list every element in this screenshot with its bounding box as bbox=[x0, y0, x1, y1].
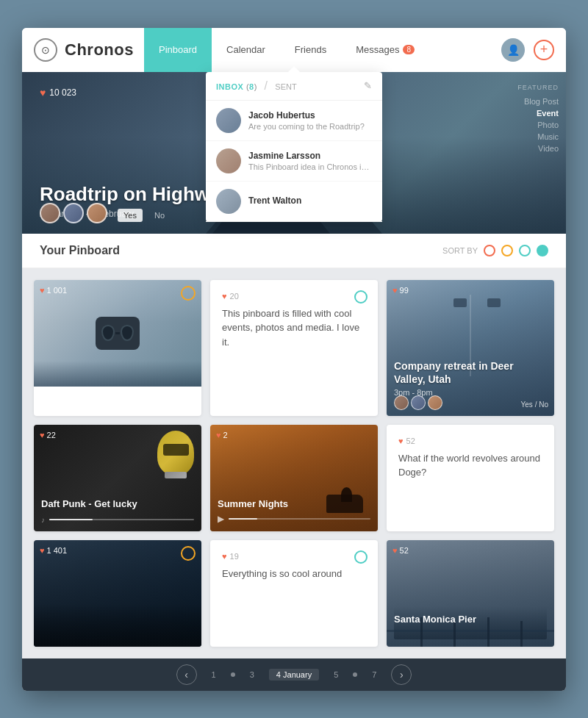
card3-image: ♥ 99 Company retreat in Deer Valley, Uta… bbox=[387, 280, 554, 416]
card6-hearts: ♥ 52 bbox=[398, 437, 542, 445]
progress-fill-5 bbox=[229, 518, 257, 520]
card4-title: Daft Punk - Get lucky bbox=[41, 498, 137, 509]
card8-text: Everything is so cool around bbox=[222, 567, 366, 581]
messages-dropdown: INBOX (8) / SENT ✎ Jacob Hubertus Are yo… bbox=[206, 72, 382, 222]
progress-bar-5 bbox=[229, 518, 370, 520]
logo-text: Chronos bbox=[65, 40, 134, 60]
featured-event[interactable]: Event bbox=[537, 109, 559, 118]
card5-image: ♥ 2 Summer Nights ▶ bbox=[210, 425, 378, 531]
card3-avatars bbox=[394, 395, 442, 410]
card-dark-landscape[interactable]: ♥ 1 401 bbox=[34, 540, 201, 647]
sort-circle-blue[interactable] bbox=[519, 245, 531, 256]
card-image-1: ♥ 1 001 bbox=[34, 280, 201, 387]
card6-content: ♥ 52 What if the world revolves around D… bbox=[387, 425, 554, 531]
card3-yesno: Yes / No bbox=[521, 401, 548, 409]
volume-icon: ♪ bbox=[41, 516, 45, 524]
message-text-1: Jasmine Larsson This Pinboard idea in Ch… bbox=[248, 151, 372, 171]
card-binoculars[interactable]: ♥ 1 001 bbox=[34, 280, 201, 416]
card5-title: Summer Nights bbox=[218, 498, 288, 509]
pinboard-grid: ♥ 1 001 ♥ 20 This pinboard is filled wit… bbox=[22, 268, 566, 658]
message-item-1[interactable]: Jasmine Larsson This Pinboard idea in Ch… bbox=[206, 141, 382, 182]
card5-progress: ▶ bbox=[218, 514, 370, 524]
featured-blogpost[interactable]: Blog Post bbox=[524, 97, 559, 106]
hero-no-button[interactable]: No bbox=[148, 209, 171, 222]
nav-tabs: Pinboard Calendar Friends Messages 8 bbox=[144, 28, 501, 72]
page-1[interactable]: 1 bbox=[212, 670, 216, 679]
card-bg-1 bbox=[34, 280, 201, 387]
featured-video[interactable]: Video bbox=[538, 144, 559, 153]
featured-label: FEATURED bbox=[517, 84, 559, 91]
message-item-0[interactable]: Jacob Hubertus Are you coming to the Roa… bbox=[206, 101, 382, 141]
card4-hearts: ♥ 22 bbox=[40, 431, 56, 439]
card4-image: ♥ 22 Daft Punk - Get lucky ♪ bbox=[34, 425, 201, 531]
binoc-right bbox=[121, 325, 134, 341]
card-music-daftpunk[interactable]: ♥ 22 Daft Punk - Get lucky ♪ bbox=[34, 425, 201, 531]
card5-hearts: ♥ 2 bbox=[216, 431, 228, 439]
card7-image: ♥ 1 401 bbox=[34, 540, 201, 647]
play-icon: ▶ bbox=[218, 514, 224, 524]
sort-circle-red[interactable] bbox=[484, 245, 495, 256]
progress-bar-4 bbox=[49, 519, 194, 520]
message-avatar-0 bbox=[216, 108, 241, 133]
page-dot-2[interactable] bbox=[231, 672, 235, 677]
tab-calendar[interactable]: Calendar bbox=[212, 28, 280, 72]
card7-bg bbox=[34, 540, 201, 647]
card8-hearts: ♥ 19 bbox=[222, 552, 366, 561]
card2-action-btn[interactable] bbox=[354, 290, 368, 304]
page-dot-6[interactable] bbox=[353, 672, 357, 677]
dropdown-arrow bbox=[288, 66, 300, 72]
message-text-2: Trent Walton bbox=[248, 195, 372, 207]
pagination: ‹ 1 3 4 January 5 7 › bbox=[22, 658, 566, 691]
pinboard-title: Your Pinboard bbox=[40, 244, 120, 257]
card7-action-btn[interactable] bbox=[181, 546, 196, 561]
user-avatar[interactable]: 👤 bbox=[501, 38, 525, 62]
featured-photo[interactable]: Photo bbox=[537, 121, 559, 129]
hero-avatar-1 bbox=[40, 203, 60, 223]
message-avatar-2 bbox=[216, 189, 241, 214]
featured-music[interactable]: Music bbox=[537, 132, 559, 141]
page-7[interactable]: 7 bbox=[372, 670, 376, 679]
card7-hearts: ♥ 1 401 bbox=[40, 546, 67, 555]
message-item-2[interactable]: Trent Walton bbox=[206, 182, 382, 222]
card-summer-nights[interactable]: ♥ 2 Summer Nights ▶ bbox=[210, 425, 378, 531]
inbox-label: INBOX (8) / SENT bbox=[216, 79, 297, 93]
app-wrapper: ⊙ Chronos Pinboard Calendar Friends Mess… bbox=[22, 28, 566, 691]
tab-pinboard[interactable]: Pinboard bbox=[144, 28, 212, 72]
card6-text: What if the world revolves around Doge? bbox=[398, 451, 542, 480]
messages-badge: 8 bbox=[403, 45, 415, 54]
pagination-next[interactable]: › bbox=[391, 664, 412, 685]
edit-icon[interactable]: ✎ bbox=[364, 80, 372, 91]
header: ⊙ Chronos Pinboard Calendar Friends Mess… bbox=[22, 28, 566, 72]
header-right: 👤 + bbox=[501, 38, 554, 62]
sort-circle-dark[interactable] bbox=[537, 245, 548, 256]
card1-action-btn[interactable] bbox=[181, 286, 196, 301]
card9-image: ♥ 52 Santa Monica Pier bbox=[387, 540, 554, 647]
sort-label: SORT BY bbox=[442, 246, 478, 255]
card3-av3 bbox=[428, 395, 442, 410]
page-3[interactable]: 3 bbox=[250, 670, 254, 679]
sort-circle-orange[interactable] bbox=[501, 245, 513, 256]
card-text-cool[interactable]: ♥ 19 Everything is so cool around bbox=[210, 540, 378, 647]
add-button[interactable]: + bbox=[534, 40, 554, 60]
card-santa-monica[interactable]: ♥ 52 Santa Monica Pier bbox=[387, 540, 554, 647]
card4-progress: ♪ bbox=[41, 516, 194, 524]
pagination-prev[interactable]: ‹ bbox=[176, 664, 197, 685]
logo-icon: ⊙ bbox=[34, 38, 57, 62]
card8-action-btn[interactable] bbox=[354, 550, 368, 564]
page-5[interactable]: 5 bbox=[334, 670, 338, 679]
hero-yesno: Yes No bbox=[118, 209, 171, 222]
hero-yes-button[interactable]: Yes bbox=[118, 209, 143, 222]
hero-avatar-2 bbox=[63, 203, 84, 223]
logo-area: ⊙ Chronos bbox=[34, 38, 144, 62]
card-event[interactable]: ♥ 99 Company retreat in Deer Valley, Uta… bbox=[387, 280, 554, 416]
page-current-label[interactable]: 4 January bbox=[269, 669, 319, 681]
hero-avatar-3 bbox=[87, 203, 107, 223]
card-text-1[interactable]: ♥ 20 This pinboard is filled with cool e… bbox=[210, 280, 378, 416]
card-text-doge[interactable]: ♥ 52 What if the world revolves around D… bbox=[387, 425, 554, 531]
sort-by-controls: SORT BY bbox=[442, 245, 548, 256]
message-avatar-1 bbox=[216, 148, 241, 173]
card3-av1 bbox=[394, 395, 409, 410]
tab-friends[interactable]: Friends bbox=[280, 28, 341, 72]
message-text-0: Jacob Hubertus Are you coming to the Roa… bbox=[248, 110, 372, 131]
tab-messages[interactable]: Messages 8 bbox=[341, 28, 429, 72]
